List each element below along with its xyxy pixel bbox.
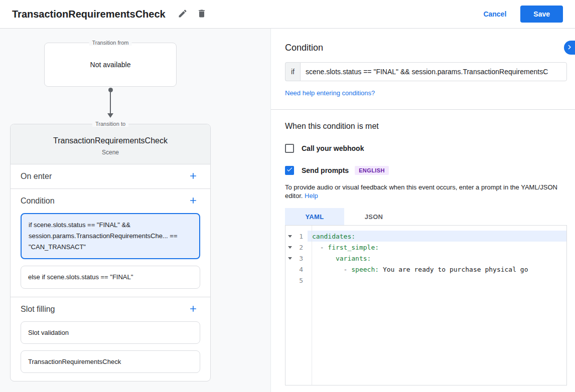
transition-to-label: Transition to: [92, 121, 128, 127]
slot-cards: Slot validation TransactionRequirementsC…: [11, 321, 210, 381]
slot-filling-label: Slot filling: [21, 305, 55, 314]
arrow-origin-dot: [108, 88, 113, 92]
page-title: TransactionRequirementsCheck: [12, 9, 166, 20]
code-line[interactable]: 4 - speech: You are ready to purchase ph…: [285, 264, 566, 275]
arrow-head-icon: [107, 113, 113, 118]
condition-expression-input[interactable]: [300, 62, 567, 81]
collapse-panel-button[interactable]: [564, 41, 575, 55]
condition-cards: if scene.slots.status == "FINAL" && sess…: [11, 213, 210, 297]
yaml-code-editor[interactable]: 1 candidates: 2 - first_simple: 3 varian…: [285, 225, 567, 385]
condition-help-link[interactable]: Need help entering conditions?: [285, 89, 375, 97]
send-prompts-row: Send prompts ENGLISH: [285, 166, 567, 175]
detail-panel-title: Condition: [285, 43, 567, 53]
code-text[interactable]: - first_simple:: [308, 242, 566, 253]
code-line[interactable]: 5: [285, 275, 566, 286]
condition-expression-row: if: [285, 62, 567, 81]
app-header: TransactionRequirementsCheck Cancel Save: [0, 0, 575, 29]
code-line[interactable]: 1 candidates:: [285, 231, 566, 242]
checkmark-icon: [286, 166, 293, 175]
condition-detail-panel: Condition if Need help entering conditio…: [271, 29, 575, 392]
code-text[interactable]: candidates:: [308, 231, 566, 242]
on-enter-section-row[interactable]: On enter: [11, 164, 210, 188]
webhook-label[interactable]: Call your webhook: [302, 144, 364, 152]
add-condition-button[interactable]: [186, 194, 200, 208]
line-number: 3: [295, 255, 308, 262]
fold-toggle-icon[interactable]: [285, 257, 295, 260]
webhook-checkbox[interactable]: [285, 144, 294, 153]
language-badge: ENGLISH: [355, 166, 389, 175]
prompt-hint-body: To provide audio or visual feedback when…: [285, 183, 557, 200]
delete-button[interactable]: [194, 6, 210, 22]
code-line[interactable]: 3 variants:: [285, 253, 566, 264]
condition-section-row[interactable]: Condition: [11, 189, 210, 213]
send-prompts-label[interactable]: Send prompts: [302, 166, 349, 174]
transition-from-label: Transition from: [89, 40, 132, 46]
plus-icon: [188, 304, 198, 315]
transition-arrow: [44, 87, 177, 120]
scene-canvas-panel: Transition from Not available Transition…: [0, 29, 271, 392]
section-divider: [271, 109, 575, 110]
slot-filling-section-row[interactable]: Slot filling: [11, 297, 210, 321]
chevron-right-icon: [565, 43, 574, 53]
cancel-button[interactable]: Cancel: [483, 10, 506, 18]
transition-from-value: Not available: [90, 61, 131, 69]
tab-json[interactable]: JSON: [344, 208, 403, 225]
save-button[interactable]: Save: [520, 6, 563, 23]
main-content: Transition from Not available Transition…: [0, 29, 575, 392]
line-number: 2: [295, 244, 308, 251]
send-prompts-checkbox[interactable]: [285, 166, 294, 175]
editor-tabs: YAML JSON: [285, 208, 567, 225]
slot-item-transaction-check[interactable]: TransactionRequirementsCheck: [21, 350, 200, 373]
pencil-icon: [178, 9, 188, 20]
slot-item-validation[interactable]: Slot validation: [21, 321, 200, 344]
condition-item-selected[interactable]: if scene.slots.status == "FINAL" && sess…: [21, 213, 200, 259]
fold-toggle-icon[interactable]: [285, 246, 295, 249]
code-text[interactable]: [308, 275, 566, 286]
transition-from-box: Transition from Not available: [44, 43, 177, 87]
prompt-hint-text: To provide audio or visual feedback when…: [285, 183, 567, 200]
header-actions: Cancel Save: [483, 6, 563, 23]
code-line[interactable]: 2 - first_simple:: [285, 242, 566, 253]
if-prefix-label: if: [285, 62, 300, 81]
condition-item[interactable]: else if scene.slots.status == "FINAL": [21, 266, 200, 289]
when-condition-met-title: When this condition is met: [285, 122, 567, 131]
plus-icon: [188, 171, 198, 182]
trash-icon: [197, 9, 207, 20]
scene-type-label: Scene: [16, 149, 205, 156]
help-link[interactable]: Help: [305, 192, 318, 200]
webhook-row: Call your webhook: [285, 144, 567, 153]
tab-yaml[interactable]: YAML: [285, 208, 344, 225]
edit-button[interactable]: [175, 6, 191, 22]
scene-card-header[interactable]: TransactionRequirementsCheck Scene: [11, 124, 210, 164]
add-slot-button[interactable]: [186, 302, 200, 316]
scene-card: Transition to TransactionRequirementsChe…: [10, 124, 211, 381]
line-number: 1: [295, 233, 308, 240]
add-on-enter-button[interactable]: [186, 169, 200, 183]
fold-toggle-icon[interactable]: [285, 235, 295, 238]
condition-section-label: Condition: [21, 197, 55, 206]
line-number: 5: [295, 277, 308, 284]
scene-name: TransactionRequirementsCheck: [16, 136, 205, 145]
plus-icon: [188, 195, 198, 207]
on-enter-label: On enter: [21, 172, 52, 181]
code-text[interactable]: - speech: You are ready to purchase phys…: [308, 264, 566, 275]
line-number: 4: [295, 266, 308, 273]
arrow-stem: [110, 92, 111, 113]
code-text[interactable]: variants:: [308, 253, 566, 264]
